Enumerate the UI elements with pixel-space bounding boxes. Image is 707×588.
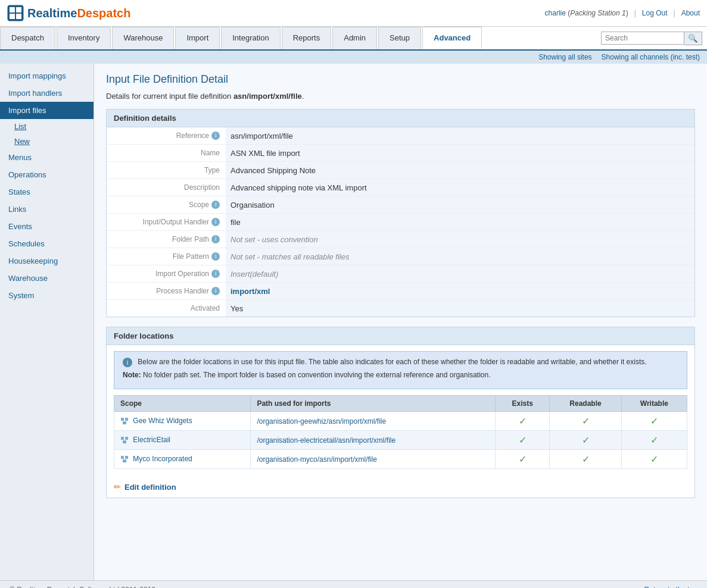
field-row-type: Type Advanced Shipping Note <box>107 162 694 179</box>
info-icon-io-handler[interactable]: i <box>211 218 220 226</box>
info-icon-folder-path[interactable]: i <box>211 235 220 243</box>
folder-info-box: i Below are the folder locations in use … <box>114 351 687 389</box>
showing-channels-link[interactable]: Showing all channels (inc. test) <box>602 53 700 61</box>
sidebar-item-events[interactable]: Events <box>0 218 94 235</box>
sidebar-item-links[interactable]: Links <box>0 201 94 218</box>
showing-sites-link[interactable]: Showing all sites <box>538 53 591 61</box>
info-icon-file-pattern[interactable]: i <box>211 252 220 261</box>
field-value-scope: Organisation <box>226 196 694 213</box>
sidebar-sub-new[interactable]: New <box>0 134 94 149</box>
scope-link-electricetail[interactable]: ElectricEtail <box>133 436 170 444</box>
sidebar-item-schedules[interactable]: Schedules <box>0 235 94 252</box>
field-value-io-handler: file <box>226 214 694 230</box>
folder-note: Note: No folder path set. The import fol… <box>123 371 678 379</box>
nav-search: 🔍 <box>596 27 707 49</box>
info-icon-reference[interactable]: i <box>211 132 220 140</box>
path-link-myco[interactable]: /organisation-myco/asn/import/xml/file <box>257 455 376 464</box>
field-label-description: Description <box>107 179 226 196</box>
sidebar-item-system[interactable]: System <box>0 287 94 304</box>
svg-rect-10 <box>123 440 126 443</box>
tab-admin[interactable]: Admin <box>332 27 377 49</box>
note-text: No folder path set. The import folder is… <box>143 371 490 379</box>
folder-info-text: i Below are the folder locations in use … <box>123 358 678 367</box>
logo: RealtimeDespatch <box>7 5 130 21</box>
field-value-reference: asn/import/xml/file <box>226 127 694 144</box>
tab-setup[interactable]: Setup <box>378 27 421 49</box>
info-icon-process-handler[interactable]: i <box>211 287 220 295</box>
svg-rect-12 <box>125 456 128 459</box>
tab-import[interactable]: Import <box>175 27 220 49</box>
logo-icon <box>7 5 24 21</box>
field-row-activated: Activated Yes <box>107 300 694 317</box>
folder-table-head: Scope Path used for imports Exists Reada… <box>114 396 687 412</box>
svg-rect-1 <box>10 7 15 12</box>
field-row-process-handler: Process Handler i import/xml <box>107 283 694 300</box>
field-label-file-pattern: File Pattern i <box>107 248 226 265</box>
path-link-geewhiz[interactable]: /organisation-geewhiz/asn/import/xml/fil… <box>257 417 386 426</box>
tab-reports[interactable]: Reports <box>282 27 332 49</box>
tab-despatch[interactable]: Despatch <box>0 27 55 49</box>
sidebar-item-warehouse[interactable]: Warehouse <box>0 270 94 287</box>
info-icon-scope[interactable]: i <box>211 201 220 209</box>
path-cell: /organisation-geewhiz/asn/import/xml/fil… <box>251 412 496 431</box>
org-icon <box>120 417 129 426</box>
field-label-process-handler: Process Handler i <box>107 283 226 299</box>
sidebar-item-import-mappings[interactable]: Import mappings <box>0 67 94 85</box>
tab-advanced[interactable]: Advanced <box>422 27 482 49</box>
sidebar-item-housekeeping[interactable]: Housekeeping <box>0 252 94 270</box>
sidebar-item-menus[interactable]: Menus <box>0 149 94 166</box>
process-handler-link[interactable]: import/xml <box>231 287 270 296</box>
field-row-import-operation: Import Operation i Insert (default) <box>107 265 694 283</box>
writable-cell: ✓ <box>621 431 687 450</box>
search-input[interactable] <box>601 32 684 45</box>
field-row-description: Description Advanced shipping note via X… <box>107 179 694 196</box>
sidebar-item-import-handlers[interactable]: Import handlers <box>0 85 94 102</box>
path-link-electricetail[interactable]: /organisation-electricetail/asn/import/x… <box>257 436 395 445</box>
table-row: Myco Incorporated /organisation-myco/asn… <box>114 450 687 469</box>
note-label: Note: <box>123 371 141 379</box>
current-def-prefix: Details for current input file definitio… <box>106 92 233 101</box>
field-row-name: Name ASN XML file import <box>107 145 694 162</box>
col-writable: Writable <box>621 396 687 412</box>
path-cell: /organisation-myco/asn/import/xml/file <box>251 450 496 469</box>
readable-cell: ✓ <box>550 450 621 469</box>
scope-cell: Myco Incorporated <box>114 450 251 469</box>
field-row-io-handler: Input/Output Handler i file <box>107 214 694 231</box>
tab-inventory[interactable]: Inventory <box>57 27 111 49</box>
field-label-folder-path: Folder Path i <box>107 231 226 248</box>
folder-locations-header: Folder locations <box>107 327 694 345</box>
tab-warehouse[interactable]: Warehouse <box>112 27 174 49</box>
table-row: ElectricEtail /organisation-electricetai… <box>114 431 687 450</box>
info-icon-import-operation[interactable]: i <box>211 270 220 278</box>
copyright-text: © Realtime Despatch Software Ltd 2011-20… <box>10 586 155 588</box>
header: RealtimeDespatch charlie (Packing Statio… <box>0 0 707 27</box>
col-path: Path used for imports <box>251 396 496 412</box>
search-button[interactable]: 🔍 <box>684 32 702 45</box>
svg-rect-8 <box>121 437 124 440</box>
svg-rect-2 <box>16 7 21 12</box>
user-info: charlie (Packing Station 1) <box>545 9 628 17</box>
user-link[interactable]: charlie <box>545 9 566 17</box>
tab-integration[interactable]: Integration <box>221 27 280 49</box>
field-value-file-pattern: Not set - matches all readable files <box>226 248 694 265</box>
readable-cell: ✓ <box>550 412 621 431</box>
edit-definition-link[interactable]: Edit definition <box>124 483 176 492</box>
footer: © Realtime Despatch Software Ltd 2011-20… <box>0 580 707 588</box>
sidebar-item-operations[interactable]: Operations <box>0 166 94 183</box>
field-label-import-operation: Import Operation i <box>107 265 226 282</box>
sidebar-item-import-files[interactable]: Import files <box>0 102 94 119</box>
scope-link-geewhiz[interactable]: Gee Whiz Widgets <box>133 417 192 425</box>
info-box-icon: i <box>123 358 132 367</box>
field-value-activated: Yes <box>226 300 694 317</box>
current-definition-text: Details for current input file definitio… <box>106 92 695 101</box>
sidebar-sub-list[interactable]: List <box>0 119 94 134</box>
logout-link[interactable]: Log Out <box>642 9 668 17</box>
svg-rect-4 <box>16 14 21 19</box>
scope-link-myco[interactable]: Myco Incorporated <box>133 455 192 463</box>
return-to-top-link[interactable]: Return to the top <box>644 586 697 588</box>
about-link[interactable]: About <box>681 9 700 17</box>
col-exists: Exists <box>496 396 550 412</box>
writable-cell: ✓ <box>621 450 687 469</box>
folder-locations-section: Folder locations i Below are the folder … <box>106 327 695 498</box>
sidebar-item-states[interactable]: States <box>0 183 94 201</box>
